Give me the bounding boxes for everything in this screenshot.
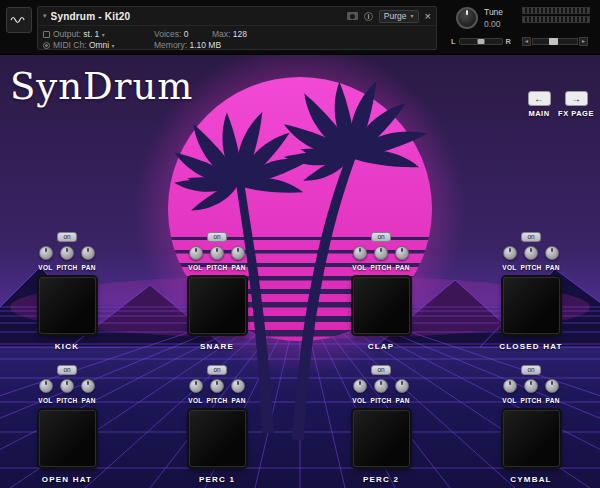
open-hat-vol-knob[interactable] <box>39 379 53 393</box>
instrument-icon[interactable] <box>6 7 32 33</box>
level-meters <box>522 7 590 25</box>
volume-control: ◂ ▸ <box>522 37 588 46</box>
tune-knob[interactable] <box>456 7 478 29</box>
kick-vol-knob[interactable] <box>39 246 53 260</box>
perc1-pan-knob[interactable] <box>231 379 245 393</box>
pan-slider[interactable] <box>459 38 503 45</box>
cymbal-drum-pad[interactable] <box>503 410 560 467</box>
pan-left-label: L <box>451 37 456 46</box>
fx-page-button[interactable]: → <box>565 91 588 106</box>
memory-readout: Memory: 1.10 MB <box>154 40 221 50</box>
memory-value: 1.10 MB <box>189 40 221 50</box>
pan-label: PAN <box>396 397 410 404</box>
perc1-drum-pad[interactable] <box>189 410 246 467</box>
clap-pitch-knob[interactable] <box>374 246 388 260</box>
vol-label: VOL <box>38 264 52 271</box>
open-hat-drum-pad[interactable] <box>39 410 96 467</box>
pitch-label: PITCH <box>57 264 78 271</box>
pan-label: PAN <box>396 264 410 271</box>
pitch-label: PITCH <box>371 264 392 271</box>
snare-drum-pad[interactable] <box>189 277 246 334</box>
cymbal-pan-knob[interactable] <box>545 379 559 393</box>
perc2-vol-knob[interactable] <box>353 379 367 393</box>
perc2-on-button[interactable]: on <box>371 365 391 375</box>
chevron-down-icon[interactable]: ▾ <box>43 12 47 20</box>
meter-left <box>522 7 590 14</box>
snapshot-camera-icon[interactable] <box>347 12 358 20</box>
nav-fx: → FX PAGE <box>552 91 600 118</box>
perc2-drum-pad[interactable] <box>353 410 410 467</box>
snare-pitch-knob[interactable] <box>210 246 224 260</box>
chevron-down-icon: ▾ <box>411 11 414 22</box>
cymbal-on-button[interactable]: on <box>521 365 541 375</box>
instrument-title: Syndrum - Kit20 <box>51 11 347 22</box>
clap-pan-knob[interactable] <box>395 246 409 260</box>
output-label: Output: <box>53 29 81 39</box>
perc2-pitch-knob[interactable] <box>374 379 388 393</box>
pad-name: PERC 2 <box>363 475 399 484</box>
clap-on-button[interactable]: on <box>371 232 391 242</box>
voices-label: Voices: <box>154 29 181 39</box>
pan-label: PAN <box>546 397 560 404</box>
knob-row <box>189 379 245 393</box>
open-hat-pan-knob[interactable] <box>81 379 95 393</box>
main-page-button[interactable]: ← <box>528 91 551 106</box>
close-icon[interactable]: × <box>425 11 431 22</box>
kick-pan-knob[interactable] <box>81 246 95 260</box>
pad-name: CLOSED HAT <box>499 342 562 351</box>
output-selector[interactable]: Output: st. 1 ▾ <box>43 29 105 39</box>
volume-handle[interactable] <box>549 38 558 45</box>
chevron-down-icon: ▾ <box>112 43 115 49</box>
volume-slider[interactable] <box>532 38 578 45</box>
purge-button[interactable]: Purge ▾ <box>379 10 419 23</box>
knob-row <box>503 379 559 393</box>
volume-decrease-arrow[interactable]: ◂ <box>522 37 531 46</box>
snare-pan-knob[interactable] <box>231 246 245 260</box>
closed-hat-on-button[interactable]: on <box>521 232 541 242</box>
perc1-pitch-knob[interactable] <box>210 379 224 393</box>
perc1-on-button[interactable]: on <box>207 365 227 375</box>
volume-increase-arrow[interactable]: ▸ <box>579 37 588 46</box>
syndrum-plugin-window: ▾ Syndrum - Kit20 i Purge ▾ × Output: st… <box>0 0 600 488</box>
perc2-pan-knob[interactable] <box>395 379 409 393</box>
voices-readout: Voices: 0 <box>154 29 189 39</box>
pitch-label: PITCH <box>207 264 228 271</box>
closed-hat-vol-knob[interactable] <box>503 246 517 260</box>
pitch-label: PITCH <box>207 397 228 404</box>
info-icon[interactable]: i <box>364 12 373 21</box>
kick-pitch-knob[interactable] <box>60 246 74 260</box>
pad-section-cymbal: on VOL PITCH PAN CYMBAL <box>471 363 591 484</box>
closed-hat-drum-pad[interactable] <box>503 277 560 334</box>
open-hat-on-button[interactable]: on <box>57 365 77 375</box>
cymbal-pitch-knob[interactable] <box>524 379 538 393</box>
instrument-title-row: ▾ Syndrum - Kit20 i Purge ▾ × <box>38 7 436 26</box>
midi-icon <box>43 42 50 49</box>
clap-vol-knob[interactable] <box>353 246 367 260</box>
pan-handle[interactable] <box>477 39 484 44</box>
kontakt-header: ▾ Syndrum - Kit20 i Purge ▾ × Output: st… <box>0 0 600 55</box>
cymbal-vol-knob[interactable] <box>503 379 517 393</box>
knob-row <box>353 246 409 260</box>
open-hat-pitch-knob[interactable] <box>60 379 74 393</box>
pad-name: KICK <box>55 342 79 351</box>
kick-drum-pad[interactable] <box>39 277 96 334</box>
pan-right-label: R <box>506 37 511 46</box>
snare-on-button[interactable]: on <box>207 232 227 242</box>
clap-drum-pad[interactable] <box>353 277 410 334</box>
pan-label: PAN <box>232 264 246 271</box>
chevron-down-icon: ▾ <box>102 32 105 38</box>
perc1-vol-knob[interactable] <box>189 379 203 393</box>
knob-row <box>39 246 95 260</box>
pad-name: CYMBAL <box>510 475 551 484</box>
kick-on-button[interactable]: on <box>57 232 77 242</box>
snare-vol-knob[interactable] <box>189 246 203 260</box>
pan-label: PAN <box>82 264 96 271</box>
closed-hat-pan-knob[interactable] <box>545 246 559 260</box>
knob-labels: VOL PITCH PAN <box>352 264 409 271</box>
knob-row <box>503 246 559 260</box>
midi-label: MIDI Ch: <box>53 40 87 50</box>
midi-channel-selector[interactable]: MIDI Ch: Omni ▾ <box>43 40 115 50</box>
closed-hat-pitch-knob[interactable] <box>524 246 538 260</box>
max-voices-readout[interactable]: Max: 128 <box>212 29 247 39</box>
vol-label: VOL <box>352 397 366 404</box>
